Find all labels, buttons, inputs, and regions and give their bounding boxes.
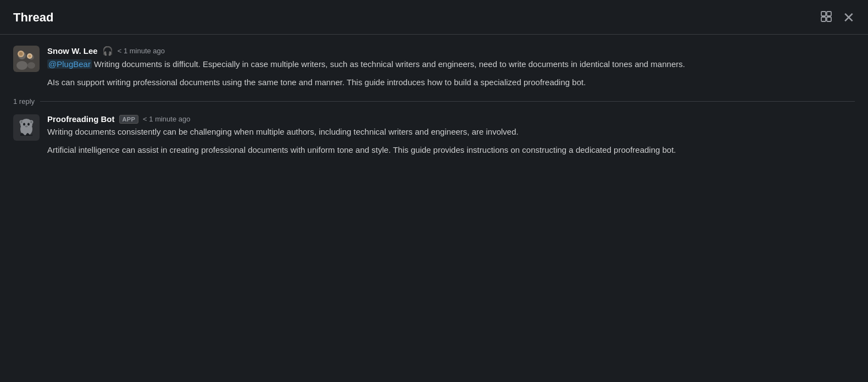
bot-message-content: Proofreading Bot APP < 1 minute ago Writ… bbox=[47, 114, 855, 156]
avatar bbox=[13, 46, 40, 72]
svg-point-20 bbox=[23, 123, 25, 126]
svg-rect-3 bbox=[827, 17, 831, 21]
reply-divider: 1 reply bbox=[13, 97, 855, 106]
svg-point-18 bbox=[20, 121, 23, 123]
svg-point-13 bbox=[29, 55, 31, 58]
bot-paragraph1: Writing documents consistently can be ch… bbox=[47, 126, 855, 139]
svg-point-21 bbox=[27, 123, 30, 126]
thread-header: Thread ✕ bbox=[0, 0, 868, 35]
bot-message: Proofreading Bot APP < 1 minute ago Writ… bbox=[13, 114, 855, 156]
svg-point-22 bbox=[25, 126, 28, 128]
original-timestamp: < 1 minute ago bbox=[118, 47, 165, 55]
reply-line bbox=[40, 101, 855, 102]
original-message-text: @PlugBear Writing documents is difficult… bbox=[47, 58, 855, 88]
bot-timestamp: < 1 minute ago bbox=[143, 115, 190, 123]
mention-plugbear[interactable]: @PlugBear bbox=[47, 59, 92, 69]
close-icon[interactable]: ✕ bbox=[843, 10, 855, 25]
thread-body: Snow W. Lee 🎧 < 1 minute ago @PlugBear W… bbox=[0, 35, 868, 382]
header-actions: ✕ bbox=[820, 10, 855, 25]
svg-rect-0 bbox=[821, 12, 826, 16]
svg-point-19 bbox=[30, 121, 32, 123]
original-paragraph2: AIs can support writing professional doc… bbox=[47, 76, 855, 89]
bot-message-text: Writing documents consistently can be ch… bbox=[47, 126, 855, 156]
svg-rect-1 bbox=[827, 12, 831, 16]
original-message-content: Snow W. Lee 🎧 < 1 minute ago @PlugBear W… bbox=[47, 46, 855, 88]
original-author-name: Snow W. Lee bbox=[47, 46, 98, 56]
svg-rect-2 bbox=[821, 17, 826, 21]
headphones-icon: 🎧 bbox=[102, 46, 113, 56]
svg-point-11 bbox=[19, 52, 23, 56]
bot-paragraph2: Artificial intelligence can assist in cr… bbox=[47, 144, 855, 157]
original-paragraph1: Writing documents is difficult. Especial… bbox=[92, 59, 685, 69]
svg-rect-9 bbox=[13, 46, 40, 72]
expand-icon[interactable] bbox=[820, 10, 833, 25]
thread-panel: Thread ✕ bbox=[0, 0, 868, 382]
original-message-meta: Snow W. Lee 🎧 < 1 minute ago bbox=[47, 46, 855, 56]
original-message: Snow W. Lee 🎧 < 1 minute ago @PlugBear W… bbox=[13, 46, 855, 88]
reply-count: 1 reply bbox=[13, 97, 35, 106]
page-title: Thread bbox=[13, 10, 53, 25]
bot-avatar bbox=[13, 114, 40, 141]
app-badge: APP bbox=[119, 115, 139, 124]
bot-author-name: Proofreading Bot bbox=[47, 114, 115, 124]
bot-message-meta: Proofreading Bot APP < 1 minute ago bbox=[47, 114, 855, 124]
